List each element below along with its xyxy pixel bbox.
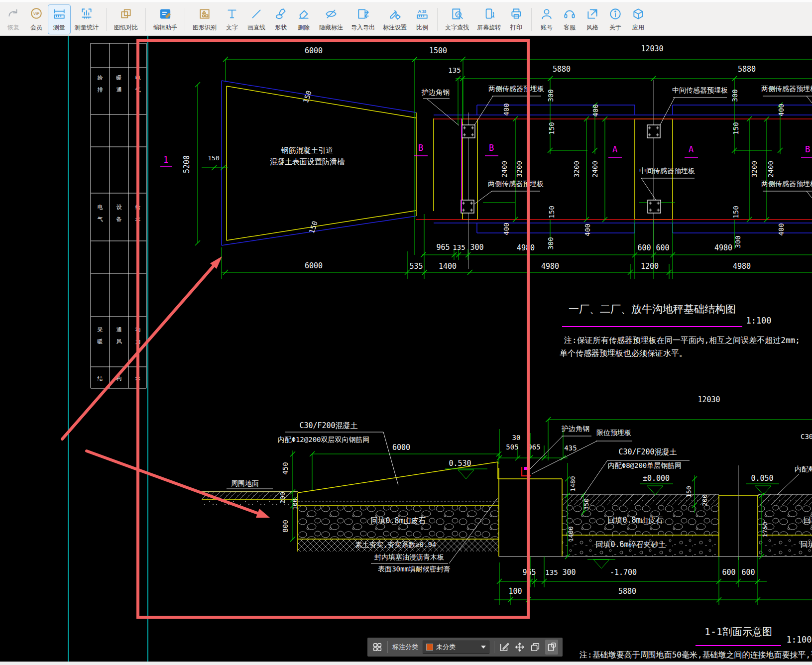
cad-label: 300 xyxy=(547,89,555,102)
cad-label: A xyxy=(612,144,617,154)
cad-label: 600 xyxy=(637,243,651,252)
toolbar-button-label: 恢复 xyxy=(7,23,19,32)
toolbar-button-label: 编辑助手 xyxy=(153,23,177,32)
paste-annotation-icon[interactable] xyxy=(545,640,558,655)
toolbar-button-customer-service[interactable]: 客服 xyxy=(558,4,581,34)
cad-label: 150 xyxy=(208,154,219,162)
cad-label: 护边角钢 xyxy=(561,425,589,433)
toolbar-button-account[interactable]: 账号 xyxy=(535,4,558,34)
toolbar-button-print[interactable]: 打印 xyxy=(505,4,528,34)
category-label: 标注分类 xyxy=(392,643,418,652)
category-dropdown-value: 未分类 xyxy=(436,643,478,652)
divider xyxy=(494,641,494,653)
divider xyxy=(387,641,388,653)
toolbar-button-undo[interactable]: 恢复 xyxy=(2,4,25,34)
toolbar-button-label: 图形识别 xyxy=(193,23,217,32)
cad-label: 排 xyxy=(98,87,103,93)
toolbar-separator xyxy=(145,8,146,31)
cad-label: ±0.000 xyxy=(643,474,670,483)
cad-label: 混凝土表面设置防滑槽 xyxy=(270,157,345,166)
toolbar-button-text-search[interactable]: A文字查找 xyxy=(441,4,473,34)
toolbar-button-label: 标注设置 xyxy=(383,23,407,32)
toolbar-button-label: 打印 xyxy=(510,23,522,32)
cad-label: 150 xyxy=(732,122,740,134)
toolbar-button-vip[interactable]: VIP会员 xyxy=(25,4,48,34)
cad-label: 两侧传感器预埋板 xyxy=(488,180,544,188)
shapes-icon xyxy=(274,7,287,22)
cad-label: 135 xyxy=(453,243,465,251)
cad-label: 30 xyxy=(512,434,521,442)
edit-annotation-icon[interactable] xyxy=(499,642,510,653)
cad-label: 备 xyxy=(116,216,122,222)
cad-label: 4980 xyxy=(714,243,732,252)
cad-label: 6000 xyxy=(305,46,323,55)
cad-label: 5880 xyxy=(618,587,636,596)
toolbar-button-shape-recognition[interactable]: 图形识别 xyxy=(189,4,221,34)
toolbar-button-hide-annotation[interactable]: 隐藏标注 xyxy=(315,4,347,34)
cad-label: 回填0.8m山皮石 xyxy=(607,516,663,525)
toolbar-button-label: 关于 xyxy=(609,23,621,32)
cad-label: 内配Φ12@200双层双向钢筋网 xyxy=(277,436,369,443)
toolbar-button-compare[interactable]: 图纸对比 xyxy=(110,4,142,34)
cad-label: 800 xyxy=(281,520,289,532)
cad-label: 600 xyxy=(722,568,735,577)
sensor-plate xyxy=(462,125,475,138)
cad-label: 435 xyxy=(564,444,577,452)
toolbar-button-edit-assistant[interactable]: 编辑助手 xyxy=(149,4,181,34)
toolbar-button-annotation-settings[interactable]: 标注设置 xyxy=(379,4,411,34)
cad-label: 两侧传感器预埋板 xyxy=(761,180,812,188)
move-annotation-icon[interactable] xyxy=(514,642,525,653)
cad-label: 内配Φ8 xyxy=(795,465,812,473)
cad-label: 1200 xyxy=(641,262,659,271)
cad-label: 600 xyxy=(741,568,755,577)
cad-label: 回填 xyxy=(804,516,812,525)
cad-label: 300 xyxy=(547,237,555,249)
cad-label: 结 xyxy=(98,375,103,382)
cad-label: 100 xyxy=(508,587,522,596)
cad-label: 535 xyxy=(409,262,423,271)
toolbar-button-text[interactable]: 文字 xyxy=(221,4,243,34)
cad-canvas[interactable]: 60001500120301355880588015015052001501钢筋… xyxy=(0,36,812,662)
cad-label: B xyxy=(489,143,494,153)
toolbar-button-measure[interactable]: 测量 xyxy=(48,4,71,34)
cad-label: 封内填塞油浸沥青木板 xyxy=(374,553,444,561)
text-icon xyxy=(226,7,238,22)
drawing-viewport[interactable]: 60001500120301355880588015015052001501钢筋… xyxy=(0,36,812,662)
toolbar-button-apps[interactable]: 应用 xyxy=(627,4,650,34)
toolbar-button-import-export[interactable]: 导入导出 xyxy=(347,4,379,34)
about-icon xyxy=(609,7,622,22)
screen-rotate-icon xyxy=(482,7,495,22)
style-icon xyxy=(586,7,599,22)
svg-text:A:B: A:B xyxy=(418,8,426,13)
cad-text-labels: 60001500120301355880588015015052001501钢筋… xyxy=(98,44,812,660)
sensor-plates xyxy=(461,125,661,213)
toolbar-button-draw-line[interactable]: 画直线 xyxy=(243,4,269,34)
toolbar-button-scale-ratio[interactable]: A:B比例 xyxy=(411,4,434,34)
toolbar-button-shapes[interactable]: 形状 xyxy=(269,4,292,34)
chevron-down-icon xyxy=(481,646,486,649)
toolbar-separator xyxy=(437,8,438,31)
toolbar-button-style[interactable]: 风格 xyxy=(581,4,604,34)
cad-label: 通 xyxy=(116,327,122,333)
shape-recognition-icon xyxy=(198,7,211,22)
customer-service-icon xyxy=(563,7,576,22)
vip-icon: VIP xyxy=(30,7,43,22)
toolbar-button-measure-stats[interactable]: 测量统计 xyxy=(71,4,103,34)
toolbar-button-label: 屏幕旋转 xyxy=(477,23,501,32)
cad-label: 风 xyxy=(116,338,122,345)
cad-label: 200 xyxy=(701,494,708,506)
copy-annotation-icon[interactable] xyxy=(530,642,541,653)
toolbar-button-about[interactable]: 关于 xyxy=(604,4,627,34)
scale-ratio-icon: A:B xyxy=(416,7,429,22)
category-grid-icon[interactable] xyxy=(372,642,383,653)
annotation-settings-icon xyxy=(388,7,401,22)
toolbar-button-screen-rotate[interactable]: 屏幕旋转 xyxy=(473,4,505,34)
import-export-icon xyxy=(356,7,369,22)
measure-stats-icon xyxy=(80,7,93,22)
cad-label: 电 xyxy=(98,204,103,211)
category-dropdown[interactable]: 未分类 xyxy=(423,641,489,654)
cad-label: 表面30mm填耐候密封膏 xyxy=(378,565,451,573)
cad-label: 505 xyxy=(506,443,518,451)
print-icon xyxy=(510,7,523,22)
toolbar-button-eraser[interactable]: 删除 xyxy=(292,4,315,34)
